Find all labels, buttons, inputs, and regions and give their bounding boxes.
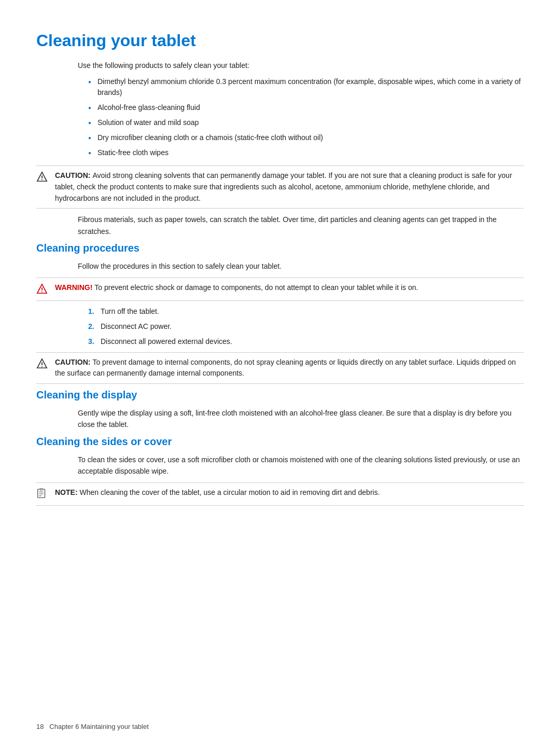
- svg-point-5: [41, 291, 43, 292]
- step-item: Disconnect all powered external devices.: [88, 336, 524, 347]
- page-footer: 18 Chapter 6 Maintaining your tablet: [36, 723, 149, 730]
- procedures-intro: Follow the procedures in this section to…: [78, 260, 524, 272]
- section-display-title: Cleaning the display: [36, 389, 524, 401]
- fibrous-text: Fibrous materials, such as paper towels,…: [78, 214, 524, 237]
- list-item: Solution of water and mild soap: [88, 117, 524, 128]
- bullet-list: Dimethyl benzyl ammonium chloride 0.3 pe…: [88, 76, 524, 158]
- caution-block-1: CAUTION:Avoid strong cleaning solvents t…: [36, 165, 524, 209]
- warning-block: WARNING!To prevent electric shock or dam…: [36, 278, 524, 301]
- note-label: NOTE:: [55, 488, 78, 496]
- note-icon: [36, 488, 55, 501]
- caution-block-2: CAUTION:To prevent damage to internal co…: [36, 352, 524, 384]
- note-block: NOTE:When cleaning the cover of the tabl…: [36, 482, 524, 506]
- warning-label: WARNING!: [55, 283, 92, 292]
- svg-rect-9: [38, 489, 45, 498]
- main-title: Cleaning your tablet: [36, 31, 524, 50]
- list-item: Dimethyl benzyl ammonium chloride 0.3 pe…: [88, 76, 524, 98]
- section-procedures-title: Cleaning procedures: [36, 242, 524, 254]
- caution-text-1: CAUTION:Avoid strong cleaning solvents t…: [55, 170, 524, 204]
- section-display: Cleaning the display Gently wipe the dis…: [36, 389, 524, 431]
- svg-point-8: [41, 366, 43, 367]
- sides-text: To clean the sides or cover, use a soft …: [78, 454, 524, 477]
- footer-chapter: Chapter 6 Maintaining your tablet: [49, 723, 149, 730]
- caution-label-1: CAUTION:: [55, 171, 90, 179]
- note-text: NOTE:When cleaning the cover of the tabl…: [55, 487, 380, 499]
- intro-text: Use the following products to safely cle…: [78, 60, 524, 71]
- section-sides: Cleaning the sides or cover To clean the…: [36, 436, 524, 506]
- page-content: Cleaning your tablet Use the following p…: [0, 0, 560, 552]
- caution-label-2: CAUTION:: [55, 358, 90, 366]
- step-item: Turn off the tablet.: [88, 306, 524, 317]
- footer-page-number: 18: [36, 723, 44, 730]
- svg-rect-10: [40, 488, 43, 490]
- steps-list: Turn off the tablet. Disconnect AC power…: [88, 306, 524, 347]
- list-item: Static-free cloth wipes: [88, 147, 524, 158]
- caution-icon-1: [36, 171, 55, 184]
- list-item: Alcohol-free glass-cleaning fluid: [88, 102, 524, 113]
- warning-icon: [36, 283, 55, 296]
- step-item: Disconnect AC power.: [88, 321, 524, 332]
- warning-text: WARNING!To prevent electric shock or dam…: [55, 282, 418, 294]
- section-sides-title: Cleaning the sides or cover: [36, 436, 524, 448]
- list-item: Dry microfiber cleaning cloth or a chamo…: [88, 132, 524, 143]
- svg-point-2: [41, 179, 43, 181]
- caution-icon-2: [36, 358, 55, 371]
- section-procedures: Cleaning procedures Follow the procedure…: [36, 242, 524, 384]
- caution-text-2: CAUTION:To prevent damage to internal co…: [55, 357, 524, 379]
- display-text: Gently wipe the display using a soft, li…: [78, 407, 524, 431]
